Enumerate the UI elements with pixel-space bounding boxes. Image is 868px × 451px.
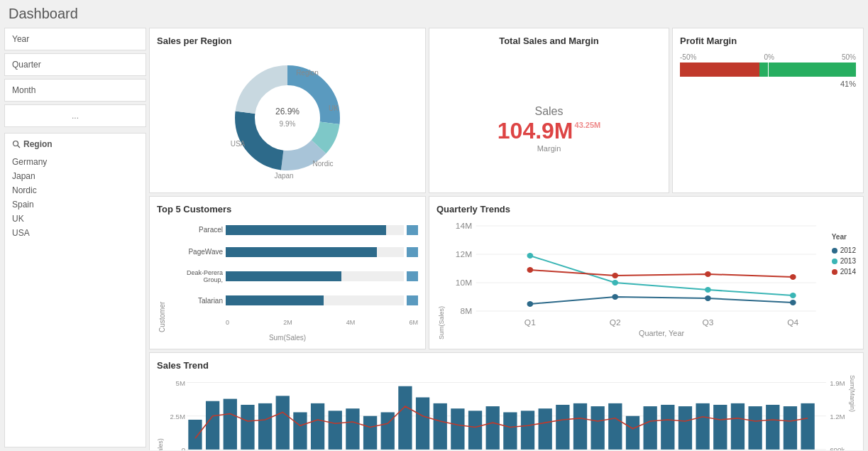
top-row: Sales per Region — [149, 28, 864, 193]
svg-rect-69 — [608, 403, 622, 450]
svg-rect-45 — [188, 420, 202, 450]
profit-bar-green — [759, 63, 856, 77]
bar-fill — [226, 271, 341, 281]
svg-text:Region: Region — [296, 69, 319, 77]
region-label: Region — [23, 139, 53, 149]
bar-small — [407, 225, 418, 235]
svg-rect-79 — [784, 406, 797, 450]
bar-fill — [226, 295, 324, 305]
svg-point-29 — [705, 295, 711, 301]
profit-margin-card: Profit Margin -50% 0% 50% 41% — [672, 28, 864, 193]
svg-text:Japan: Japan — [274, 172, 293, 180]
svg-text:1.9M: 1.9M — [830, 379, 845, 387]
axis-mid: 0% — [764, 53, 774, 61]
svg-rect-52 — [311, 403, 324, 450]
profit-bar-track — [680, 63, 856, 77]
sales-trend-inner: Sum(Sales) 5M 2.5M 0 — [157, 375, 856, 450]
svg-text:USA: USA — [231, 140, 246, 148]
svg-rect-46 — [206, 401, 219, 450]
region-item[interactable]: Nordic — [12, 183, 138, 197]
svg-text:8M: 8M — [460, 307, 472, 315]
customers-card: Top 5 Customers Customer Paracel PageWav… — [149, 196, 426, 349]
bar-x-axis: 02M4M6M — [166, 319, 418, 326]
profit-bar-tick — [768, 63, 769, 77]
filter-year[interactable]: Year — [4, 28, 146, 50]
sales-number: 104.9M — [498, 118, 573, 144]
trend-y-left-label: Sum(Sales) — [157, 375, 164, 450]
svg-point-35 — [527, 267, 533, 273]
svg-rect-61 — [468, 411, 482, 450]
svg-text:UK: UK — [329, 104, 339, 112]
svg-text:Nordic: Nordic — [313, 160, 334, 168]
customers-title: Top 5 Customers — [157, 204, 418, 214]
quarterly-title: Quarterly Trends — [436, 204, 856, 214]
sales-region-card: Sales per Region — [149, 28, 426, 193]
svg-rect-72 — [661, 405, 674, 450]
bar-row: PageWave — [166, 247, 418, 257]
svg-text:2.5M: 2.5M — [170, 413, 185, 420]
svg-text:Q2: Q2 — [610, 318, 621, 326]
svg-point-38 — [790, 274, 796, 280]
svg-rect-68 — [591, 406, 605, 450]
bar-track — [226, 247, 404, 257]
svg-rect-51 — [293, 412, 307, 449]
bar-track — [226, 271, 404, 281]
quarterly-chart-area: Sum(Sales) 14M 12M 10M 8M Q1 — [436, 219, 856, 339]
svg-text:Q1: Q1 — [524, 318, 536, 326]
total-sales-card: Total Sales and Margin Sales 104.9M43.25… — [429, 28, 669, 193]
svg-rect-74 — [696, 403, 709, 450]
filter-month[interactable]: Month — [4, 79, 146, 102]
legend-dot-2014 — [832, 269, 837, 275]
bar-chart-inner: Paracel PageWave — [166, 219, 418, 332]
search-icon — [12, 140, 21, 148]
bar-track — [226, 295, 404, 305]
bar-row: Deak-Perera Group, — [166, 269, 418, 283]
svg-line-1 — [18, 146, 20, 148]
filter-more[interactable]: ... — [4, 104, 146, 127]
bar-name: Talarian — [166, 297, 223, 305]
middle-row: Top 5 Customers Customer Paracel PageWav… — [149, 196, 864, 349]
donut-chart: 26.9% 9.9% Region UK Nordic USA Japan — [216, 47, 358, 189]
svg-text:0: 0 — [182, 446, 185, 450]
filter-quarter[interactable]: Quarter — [4, 53, 146, 76]
bar-chart: Customer Paracel PageWave — [157, 219, 418, 332]
region-item[interactable]: Spain — [12, 197, 138, 212]
region-item[interactable]: Germany — [12, 155, 138, 169]
svg-rect-48 — [241, 405, 254, 450]
legend-label-2012: 2012 — [840, 246, 856, 254]
svg-text:14M: 14M — [456, 222, 472, 229]
total-sales-title: Total Sales and Margin — [499, 36, 599, 46]
region-search: Region — [12, 139, 138, 149]
svg-rect-50 — [276, 396, 290, 450]
content-area: Sales per Region — [149, 28, 864, 447]
quarterly-legend: Year 2012 2013 2014 — [832, 219, 856, 339]
svg-text:Q4: Q4 — [787, 318, 799, 326]
svg-rect-65 — [539, 408, 552, 450]
bar-name: Paracel — [166, 226, 223, 234]
region-section: Region Germany Japan Nordic Spain UK USA — [4, 133, 146, 447]
svg-rect-63 — [503, 412, 517, 449]
legend-2014: 2014 — [832, 268, 856, 276]
legend-2013: 2013 — [832, 257, 856, 265]
bar-row: Talarian — [166, 295, 418, 305]
svg-point-37 — [705, 271, 711, 277]
svg-text:Quarter, Year: Quarter, Year — [639, 330, 685, 337]
bar-name: PageWave — [166, 248, 223, 256]
profit-axis: -50% 0% 50% — [680, 53, 856, 61]
region-item[interactable]: Japan — [12, 169, 138, 183]
svg-rect-59 — [434, 403, 447, 450]
region-item[interactable]: UK — [12, 212, 138, 226]
svg-rect-60 — [451, 408, 464, 450]
axis-max: 50% — [842, 53, 856, 61]
sidebar: Year Quarter Month ... Region Germany Ja… — [4, 28, 146, 447]
region-item[interactable]: USA — [12, 226, 138, 240]
svg-text:9.9%: 9.9% — [280, 120, 296, 128]
bar-track — [226, 225, 404, 235]
quarterly-y-label: Sum(Sales) — [436, 219, 445, 339]
sales-trend-svg: 5M 2.5M 0 — [164, 375, 849, 450]
region-list: Germany Japan Nordic Spain UK USA — [12, 155, 138, 240]
sales-value: 104.9M43.25M — [498, 118, 600, 144]
svg-point-36 — [612, 273, 618, 278]
sales-label: Sales — [534, 105, 563, 118]
quarterly-chart-svg: 14M 12M 10M 8M Q1 Q2 Q3 Q4 Quarter, Year — [445, 219, 832, 339]
